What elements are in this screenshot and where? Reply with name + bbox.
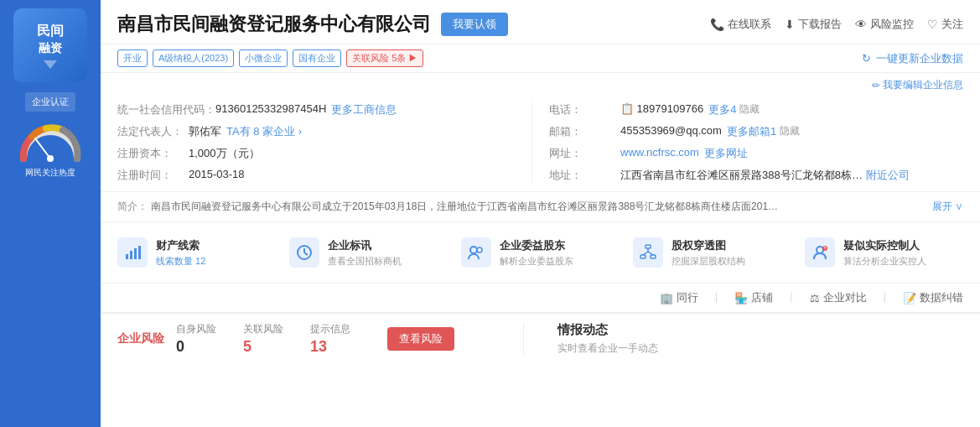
- hide-email[interactable]: 隐藏: [780, 124, 800, 138]
- intelligence-section: 情报动态 实时查看企业一手动态: [541, 322, 963, 356]
- edit-icon: ✏: [872, 80, 880, 91]
- phone-icon: 📞: [710, 18, 724, 31]
- edit-info-area: ✏ 我要编辑企业信息: [101, 73, 980, 92]
- download-report[interactable]: ⬇ 下载报告: [785, 17, 842, 32]
- actual-controller-icon: ?: [805, 237, 835, 268]
- equity-map-subtitle: 挖掘深层股权结构: [671, 255, 745, 268]
- enterprise-bid-content: 企业标讯 查看全国招标商机: [328, 238, 402, 268]
- follow[interactable]: ♡ 关注: [927, 17, 963, 32]
- equity-shareholder-card[interactable]: 企业委益股东 解析企业委益股东: [461, 232, 620, 273]
- equity-shareholder-subtitle: 解析企业委益股东: [500, 255, 573, 268]
- property-clues-card[interactable]: 财产线索 线索数量 12: [117, 232, 276, 273]
- svg-point-1: [47, 155, 54, 162]
- risk-bar: 企业风险 自身风险 0 关联风险 5 提示信息 13 查看风险: [101, 313, 980, 364]
- related-risk-label: 关联风险: [243, 322, 283, 336]
- more-phone-link[interactable]: 更多4: [708, 102, 736, 117]
- legal-rep-row: 法定代表人： 郭佑军 TA有 8 家企业 ›: [117, 124, 531, 139]
- download-icon: ⬇: [785, 18, 795, 31]
- divider3: |: [884, 290, 886, 305]
- email-value: 455353969@qq.com: [620, 124, 722, 137]
- compare-icon: ⚖: [810, 292, 820, 305]
- more-website-link[interactable]: 更多网址: [704, 146, 748, 161]
- more-email-link[interactable]: 更多邮箱1: [727, 124, 776, 139]
- info-wrapper: ✏ 我要编辑企业信息 统一社会信用代码： 91360125332987454H …: [101, 73, 980, 192]
- svg-rect-5: [138, 246, 141, 259]
- actual-controller-card[interactable]: ? 疑似实际控制人 算法分析企业实控人: [805, 232, 963, 273]
- credit-code-label: 统一社会信用代码：: [117, 102, 215, 117]
- equity-shareholder-content: 企业委益股东 解析企业委益股东: [500, 238, 573, 268]
- risk-section-title: 企业风险: [117, 331, 176, 346]
- email-label: 邮箱：: [549, 124, 620, 139]
- data-correction-action[interactable]: 📝 数据纠错: [903, 290, 963, 305]
- property-clues-content: 财产线索 线索数量 12: [156, 238, 205, 268]
- own-risk-item: 自身风险 0: [176, 322, 216, 356]
- shop-label: 店铺: [751, 290, 773, 305]
- equity-map-card[interactable]: 股权穿透图 挖掘深层股权结构: [633, 232, 791, 273]
- legal-rep-related[interactable]: TA有 8 家企业 ›: [226, 124, 302, 139]
- actual-controller-subtitle: 算法分析企业实控人: [843, 255, 926, 268]
- heart-icon: ♡: [927, 18, 938, 31]
- gauge-area: 网民关注热度: [17, 122, 84, 179]
- svg-point-17: [817, 247, 823, 253]
- summary-label: 简介：: [117, 199, 148, 215]
- tag-small-enterprise: 小微企业: [239, 49, 288, 67]
- company-name: 南昌市民间融资登记服务中心有限公司: [117, 12, 431, 37]
- refresh-area[interactable]: ↻ 一键更新企业数据: [862, 51, 963, 66]
- edit-info-button[interactable]: ✏ 我要编辑企业信息: [872, 78, 963, 92]
- website-label: 网址：: [549, 146, 620, 161]
- tag-state-enterprise: 国有企业: [293, 49, 341, 67]
- claim-button[interactable]: 我要认领: [441, 13, 508, 36]
- related-risk-count: 5: [243, 338, 251, 356]
- hide-phone[interactable]: 隐藏: [739, 102, 760, 117]
- svg-line-8: [304, 253, 308, 255]
- credit-code-row: 统一社会信用代码： 91360125332987454H 更多工商信息: [117, 102, 531, 117]
- phone-value: 📋 18979109766: [620, 102, 703, 115]
- hint-count: 13: [310, 338, 327, 356]
- tag-related-risk[interactable]: 关联风险 5条 ▶: [346, 49, 423, 67]
- section-divider: [523, 322, 524, 356]
- summary-text: 南昌市民间融资登记服务中心有限公司成立于2015年03月18日，注册地位于江西省…: [151, 199, 929, 215]
- online-contact[interactable]: 📞 在线联系: [710, 17, 771, 32]
- reg-capital-label: 注册资本：: [117, 146, 189, 161]
- address-label: 地址：: [549, 168, 620, 183]
- feature-cards: 财产线索 线索数量 12 企业标讯 查看全国招标商机: [101, 222, 980, 284]
- equity-map-content: 股权穿透图 挖掘深层股权结构: [671, 238, 745, 268]
- view-risk-button[interactable]: 查看风险: [387, 327, 454, 351]
- website-value[interactable]: www.ncfrsc.com: [620, 146, 699, 159]
- phone-label: 电话：: [549, 102, 620, 117]
- svg-point-9: [470, 247, 477, 253]
- tag-taxpayer: A级纳税人(2023): [153, 49, 234, 67]
- tag-open: 开业: [117, 49, 148, 67]
- refresh-label: 一键更新企业数据: [876, 51, 963, 66]
- property-clues-count: 线索数量 12: [156, 255, 205, 268]
- enterprise-bid-subtitle: 查看全国招标商机: [328, 255, 402, 268]
- logo-text-bottom: 融资: [39, 40, 62, 57]
- expand-button[interactable]: 展开 ∨: [932, 199, 963, 215]
- more-business-info-link[interactable]: 更多工商信息: [331, 102, 397, 117]
- equity-shareholder-icon: [461, 237, 491, 268]
- reg-date-row: 注册时间： 2015-03-18: [117, 168, 531, 183]
- peers-action[interactable]: 🏢 同行: [660, 290, 698, 305]
- reg-date-value: 2015-03-18: [189, 168, 245, 180]
- svg-text:?: ?: [824, 246, 827, 251]
- risk-monitor[interactable]: 👁 风险监控: [855, 17, 914, 32]
- cert-badge[interactable]: 企业认证: [25, 92, 75, 112]
- refresh-icon: ↻: [862, 52, 871, 65]
- svg-rect-2: [126, 254, 128, 259]
- nearby-company-link[interactable]: 附近公司: [866, 168, 910, 183]
- svg-line-15: [643, 252, 648, 255]
- peers-icon: 🏢: [660, 292, 673, 305]
- compare-action[interactable]: ⚖ 企业对比: [810, 290, 867, 305]
- header: 南昌市民间融资登记服务中心有限公司 我要认领 📞 在线联系 ⬇ 下载报告 👁 风…: [101, 0, 980, 44]
- tags-row: 开业 A级纳税人(2023) 小微企业 国有企业 关联风险 5条 ▶ ↻ 一键更…: [101, 44, 980, 73]
- equity-map-title: 股权穿透图: [671, 238, 745, 253]
- svg-line-16: [648, 252, 653, 255]
- summary-row: 简介： 南昌市民间融资登记服务中心有限公司成立于2015年03月18日，注册地位…: [101, 192, 980, 222]
- phone-row: 电话： 📋 18979109766 更多4 隐藏: [549, 102, 963, 117]
- shop-icon: 🏪: [734, 292, 748, 305]
- intel-title: 情报动态: [557, 322, 946, 338]
- address-row: 地址： 江西省南昌市红谷滩区丽景路388号汇龙铭都8栋… 附近公司: [549, 168, 963, 183]
- enterprise-bid-card[interactable]: 企业标讯 查看全国招标商机: [289, 232, 448, 273]
- actual-controller-title: 疑似实际控制人: [843, 238, 926, 253]
- shop-action[interactable]: 🏪 店铺: [734, 290, 773, 305]
